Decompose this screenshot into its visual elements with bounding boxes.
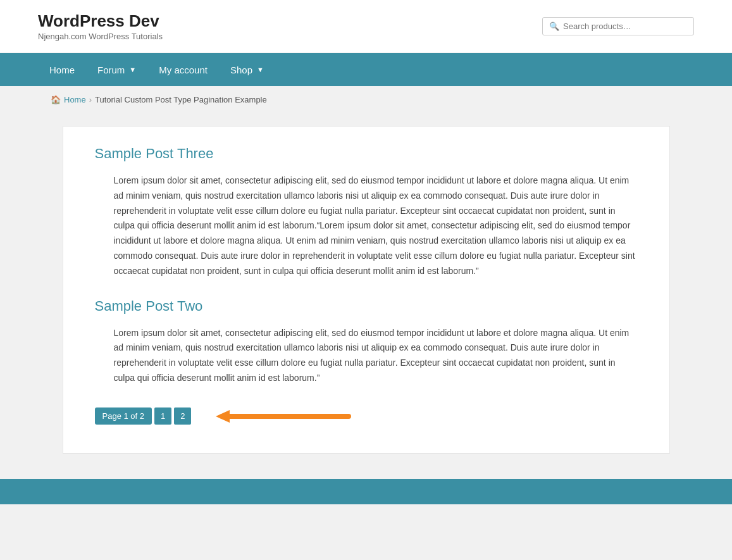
nav-item-myaccount[interactable]: My account — [147, 53, 219, 86]
svg-marker-1 — [216, 410, 230, 423]
pagination-label: Page 1 of 2 — [95, 408, 152, 425]
breadcrumb-current-page: Tutorial Custom Post Type Pagination Exa… — [95, 95, 267, 104]
arrow-svg — [203, 405, 355, 428]
nav-label-shop: Shop — [230, 65, 252, 75]
post-title-1: Sample Post Three — [95, 146, 638, 162]
breadcrumb-separator: › — [89, 95, 92, 104]
nav-item-shop[interactable]: Shop ▼ — [219, 53, 275, 86]
chevron-down-icon: ▼ — [129, 66, 136, 73]
nav-label-myaccount: My account — [159, 65, 208, 75]
content-area: Sample Post Three Lorem ipsum dolor sit … — [0, 113, 732, 479]
page-2-button[interactable]: 2 — [174, 408, 191, 425]
nav-label-forum: Forum — [97, 65, 125, 75]
page-1-button[interactable]: 1 — [154, 408, 171, 425]
nav-item-forum[interactable]: Forum ▼ — [86, 53, 147, 86]
post-content-1: Lorem ipsum dolor sit amet, consectetur … — [114, 173, 638, 279]
site-title-block: WordPress Dev Njengah.com WordPress Tuto… — [38, 11, 163, 41]
nav-label-home: Home — [49, 65, 75, 75]
pagination: Page 1 of 2 1 2 — [95, 405, 638, 428]
nav-bar: Home Forum ▼ My account Shop ▼ — [0, 53, 732, 86]
post-item-1: Sample Post Three Lorem ipsum dolor sit … — [95, 146, 638, 279]
search-input[interactable] — [563, 22, 687, 31]
search-icon: 🔍 — [549, 22, 559, 31]
footer-bar — [0, 479, 732, 504]
top-bar: WordPress Dev Njengah.com WordPress Tuto… — [0, 0, 732, 53]
arrow-annotation — [203, 405, 355, 428]
chevron-down-icon-shop: ▼ — [257, 66, 264, 73]
breadcrumb: 🏠 Home › Tutorial Custom Post Type Pagin… — [0, 86, 732, 113]
site-title[interactable]: WordPress Dev — [38, 11, 163, 31]
content-card: Sample Post Three Lorem ipsum dolor sit … — [63, 126, 670, 454]
post-item-2: Sample Post Two Lorem ipsum dolor sit am… — [95, 298, 638, 386]
post-content-2: Lorem ipsum dolor sit amet, consectetur … — [114, 326, 638, 386]
breadcrumb-home-link[interactable]: Home — [64, 95, 86, 104]
home-icon: 🏠 — [51, 95, 61, 104]
site-subtitle: Njengah.com WordPress Tutorials — [38, 32, 163, 41]
post-title-2: Sample Post Two — [95, 298, 638, 314]
search-box: 🔍 — [542, 17, 694, 35]
nav-item-home[interactable]: Home — [38, 53, 86, 86]
